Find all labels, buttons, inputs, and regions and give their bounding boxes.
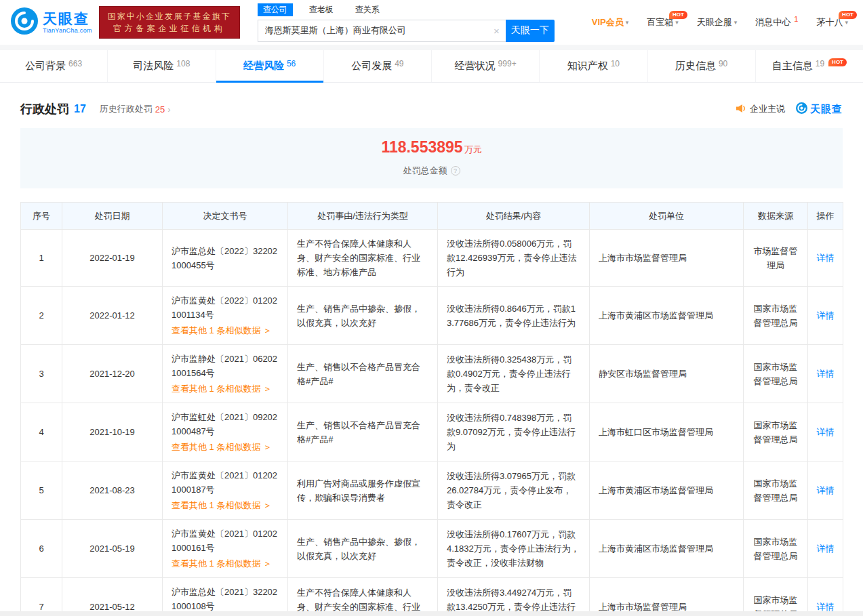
row-index: 2 — [21, 287, 62, 345]
similar-data-link[interactable]: 查看其他 1 条相似数据 ＞ — [172, 498, 279, 512]
top-nav-item[interactable]: 茅十八▾HOT — [816, 16, 848, 28]
table-row: 72021-05-12沪市监总处〔2021〕322021000108号查看其他 … — [21, 578, 843, 616]
penalty-reason: 生产、销售产品中掺杂、掺假，以假充真，以次充好 — [288, 287, 438, 345]
penalty-unit: 上海市黄浦区市场监督管理局 — [590, 520, 744, 578]
decision-doc-number: 沪市监黄处〔2021〕012021000187号查看其他 1 条相似数据 ＞ — [163, 461, 288, 520]
search-input[interactable] — [258, 20, 506, 41]
penalty-total-amount: 118.553895万元 — [20, 138, 843, 159]
penalty-unit: 静安区市场监督管理局 — [590, 345, 744, 403]
row-index: 6 — [21, 520, 62, 578]
penalty-unit: 上海市黄浦区市场监督管理局 — [590, 287, 744, 345]
row-index: 3 — [21, 345, 62, 403]
penalty-result: 没收违法所得0.748398万元，罚款9.07092万元，责令停止违法行为 — [438, 403, 590, 461]
tab-count: 19 — [816, 59, 824, 68]
search-box: × — [258, 20, 506, 42]
detail-link[interactable]: 详情 — [817, 543, 835, 554]
tianyancha-logo-icon — [11, 7, 38, 37]
tab-知识产权[interactable]: 知识产权10 — [539, 50, 647, 82]
action-cell: 详情 — [808, 230, 843, 287]
hot-badge: HOT — [839, 8, 857, 19]
penalty-date: 2022-01-12 — [62, 287, 163, 345]
page-title: 行政处罚 — [20, 101, 69, 117]
megaphone-icon — [736, 104, 746, 115]
decision-doc-number: 沪市监静处〔2021〕062021001564号查看其他 1 条相似数据 ＞ — [163, 345, 288, 403]
section-head: 行政处罚 17 历史行政处罚 25 › 企业主说 天眼查 — [0, 83, 863, 117]
action-cell: 详情 — [808, 345, 843, 403]
column-header: 操作 — [808, 203, 843, 230]
table-row: 12022-01-19沪市监总处〔2022〕322021000455号生产不符合… — [21, 230, 843, 287]
data-source: 国家市场监督管理总局 — [744, 345, 808, 403]
detail-link[interactable]: 详情 — [817, 427, 835, 437]
penalty-unit: 上海市虹口区市场监督管理局 — [590, 403, 744, 461]
detail-link[interactable]: 详情 — [817, 369, 835, 379]
tab-自主信息[interactable]: 自主信息19HOT — [755, 50, 863, 82]
decision-doc-number: 沪市监总处〔2021〕322021000108号查看其他 1 条相似数据 ＞ — [163, 578, 288, 616]
logo-subtitle: TianYanCha.com — [43, 27, 92, 34]
gov-certification-badge: 国家中小企业发展子基金旗下 官方备案企业征信机构 — [99, 6, 240, 39]
company-section-tabs: 公司背景663司法风险108经营风险56公司发展49经营状况999+知识产权10… — [0, 50, 863, 83]
gov-badge-line1: 国家中小企业发展子基金旗下 — [108, 10, 231, 22]
row-index: 4 — [21, 403, 62, 461]
data-source: 国家市场监督管理总局 — [744, 287, 808, 345]
clear-search-icon[interactable]: × — [494, 26, 500, 36]
detail-link[interactable]: 详情 — [817, 485, 835, 495]
history-penalty-link[interactable]: 历史行政处罚 25 › — [100, 103, 171, 115]
search-tab[interactable]: 查关系 — [350, 3, 385, 16]
help-icon[interactable]: ? — [451, 166, 460, 176]
search-area: 查公司查老板查关系 × 天眼一下 — [258, 3, 555, 42]
tab-公司背景[interactable]: 公司背景663 — [0, 50, 107, 82]
top-nav-item[interactable]: 百宝箱▾HOT — [647, 16, 679, 28]
search-button[interactable]: 天眼一下 — [506, 20, 555, 42]
column-header: 决定文书号 — [163, 203, 288, 230]
enterprise-owner-link[interactable]: 企业主说 — [736, 103, 785, 115]
penalty-unit: 上海市市场监督管理局 — [590, 230, 744, 287]
tab-经营风险[interactable]: 经营风险56 — [216, 50, 323, 82]
column-header: 序号 — [21, 203, 62, 230]
detail-link[interactable]: 详情 — [817, 253, 835, 263]
column-header: 处罚结果/内容 — [438, 203, 590, 230]
column-header: 处罚单位 — [590, 203, 744, 230]
row-index: 7 — [21, 578, 62, 616]
topbar: 天眼查 TianYanCha.com 国家中小企业发展子基金旗下 官方备案企业征… — [0, 0, 863, 45]
penalty-result: 没收违法所得0.8646万元，罚款13.77686万元，责令停止违法行为 — [438, 287, 590, 345]
search-tabs: 查公司查老板查关系 — [258, 3, 555, 16]
penalty-unit: 上海市黄浦区市场监督管理局 — [590, 461, 744, 520]
action-cell: 详情 — [808, 287, 843, 345]
tab-count: 663 — [68, 59, 82, 68]
tianyancha-watermark-icon — [796, 102, 807, 116]
penalty-result: 没收违法所得0.325438万元，罚款0.4902万元，责令停止违法行为，责令改… — [438, 345, 590, 403]
table-row: 62021-05-19沪市监黄处〔2021〕012021000161号查看其他 … — [21, 520, 843, 578]
decision-doc-number: 沪市监虹处〔2021〕092021000487号查看其他 1 条相似数据 ＞ — [163, 403, 288, 461]
top-nav-item[interactable]: 消息中心1 — [755, 16, 798, 28]
logo-title: 天眼查 — [43, 11, 92, 27]
penalty-date: 2021-05-19 — [62, 520, 163, 578]
action-cell: 详情 — [808, 578, 843, 616]
similar-data-link[interactable]: 查看其他 1 条相似数据 ＞ — [172, 323, 279, 337]
detail-link[interactable]: 详情 — [817, 602, 835, 612]
tab-司法风险[interactable]: 司法风险108 — [107, 50, 215, 82]
column-header: 数据来源 — [744, 203, 808, 230]
gov-badge-line2: 官方备案企业征信机构 — [108, 22, 231, 35]
penalty-reason: 生产不符合保障人体健康和人身、财产安全的国家标准、行业标准、地方标准产品 — [288, 230, 438, 287]
similar-data-link[interactable]: 查看其他 1 条相似数据 ＞ — [172, 556, 279, 571]
penalty-date: 2022-01-19 — [62, 230, 163, 287]
tab-count: 49 — [395, 59, 403, 68]
penalty-reason: 生产、销售产品中掺杂、掺假，以假充真，以次充好 — [288, 520, 438, 578]
similar-data-link[interactable]: 查看其他 1 条相似数据 ＞ — [172, 440, 279, 454]
similar-data-link[interactable]: 查看其他 1 条相似数据 ＞ — [172, 382, 279, 396]
tab-经营状况[interactable]: 经营状况999+ — [431, 50, 539, 82]
detail-link[interactable]: 详情 — [817, 310, 835, 321]
penalty-total-label: 处罚总金额 ? — [403, 165, 460, 177]
top-nav-item[interactable]: 天眼企服▾ — [697, 16, 738, 28]
action-cell: 详情 — [808, 461, 843, 520]
penalty-date: 2021-08-23 — [62, 461, 163, 520]
top-nav-item[interactable]: VIP会员▾ — [592, 16, 629, 28]
tianyancha-logo[interactable]: 天眼查 TianYanCha.com — [11, 7, 92, 37]
search-tab[interactable]: 查公司 — [258, 3, 293, 16]
table-header-row: 序号处罚日期决定文书号处罚事由/违法行为类型处罚结果/内容处罚单位数据来源操作 — [21, 203, 843, 230]
action-cell: 详情 — [808, 403, 843, 461]
hot-badge: HOT — [669, 8, 687, 19]
tab-公司发展[interactable]: 公司发展49 — [323, 50, 431, 82]
tab-历史信息[interactable]: 历史信息90 — [647, 50, 755, 82]
search-tab[interactable]: 查老板 — [304, 3, 339, 16]
